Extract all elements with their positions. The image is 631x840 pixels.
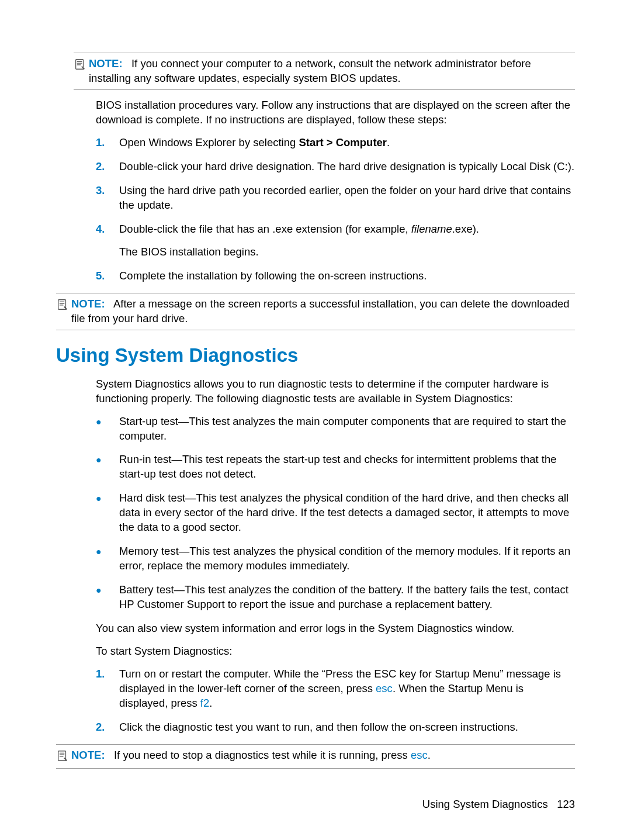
note-body-a: If you need to stop a diagnostics test w… (114, 749, 411, 761)
bullet-icon: ● (96, 544, 119, 573)
note-body: After a message on the screen reports a … (71, 298, 570, 324)
note-box: NOTE: If you need to stop a diagnostics … (56, 744, 575, 769)
note-text: NOTE: If you need to stop a diagnostics … (71, 748, 575, 763)
note-body: If you connect your computer to a networ… (89, 57, 531, 84)
note-key: esc (411, 749, 428, 761)
page-footer: Using System Diagnostics 123 (422, 798, 575, 811)
list-content: Battery test—This test analyzes the cond… (119, 583, 575, 612)
list-item: ● Start-up test—This test analyzes the m… (96, 414, 575, 444)
list-content: Hard disk test—This test analyzes the ph… (119, 491, 575, 535)
list-item: 2. Double-click your hard drive designat… (96, 160, 575, 174)
list-item: 1. Open Windows Explorer by selecting St… (96, 136, 575, 150)
list-number: 1. (96, 136, 119, 150)
bullet-icon: ● (96, 414, 119, 444)
ordered-list: 1. Open Windows Explorer by selecting St… (96, 136, 575, 284)
note-box: NOTE: After a message on the screen repo… (56, 293, 575, 330)
paragraph: To start System Diagnostics: (96, 644, 575, 659)
paragraph: BIOS installation procedures vary. Follo… (96, 98, 575, 127)
list-item: ● Run-in test—This test repeats the star… (96, 452, 575, 482)
list-content: Click the diagnostic test you want to ru… (119, 720, 575, 735)
bullet-icon: ● (96, 452, 119, 482)
note-icon (74, 57, 89, 73)
list-content: Open Windows Explorer by selecting Start… (119, 136, 575, 150)
note-text: NOTE: If you connect your computer to a … (89, 57, 575, 86)
list-number: 1. (96, 667, 119, 711)
list-item: ● Battery test—This test analyzes the co… (96, 583, 575, 612)
footer-text: Using System Diagnostics (422, 798, 548, 810)
list-content: Double-click your hard drive designation… (119, 160, 575, 174)
list-item: ● Memory test—This test analyzes the phy… (96, 544, 575, 573)
bullet-icon: ● (96, 491, 119, 535)
paragraph: You can also view system information and… (96, 621, 575, 636)
list-content: Using the hard drive path you recorded e… (119, 184, 575, 213)
list-item: 4. Double-click the file that has an .ex… (96, 222, 575, 260)
list-item: ● Hard disk test—This test analyzes the … (96, 491, 575, 535)
note-body-b: . (428, 749, 431, 761)
note-label: NOTE: (71, 298, 105, 310)
list-content: Complete the installation by following t… (119, 269, 575, 284)
note-icon (56, 748, 71, 765)
note-icon (56, 297, 71, 313)
list-content: Double-click the file that has an .exe e… (119, 222, 575, 260)
note-box: NOTE: If you connect your computer to a … (74, 53, 575, 90)
list-content: Memory test—This test analyzes the physi… (119, 544, 575, 573)
heading-diagnostics: Using System Diagnostics (56, 344, 575, 367)
list-number: 3. (96, 184, 119, 213)
page-number: 123 (557, 798, 575, 810)
bullet-icon: ● (96, 583, 119, 612)
list-number: 2. (96, 720, 119, 735)
list-item: 2. Click the diagnostic test you want to… (96, 720, 575, 735)
note-label: NOTE: (71, 749, 105, 761)
list-number: 4. (96, 222, 119, 260)
list-item: 3. Using the hard drive path you recorde… (96, 184, 575, 213)
list-number: 5. (96, 269, 119, 284)
list-item: 1. Turn on or restart the computer. Whil… (96, 667, 575, 711)
list-content: Start-up test—This test analyzes the mai… (119, 414, 575, 444)
bullet-list: ● Start-up test—This test analyzes the m… (96, 414, 575, 613)
list-content: Turn on or restart the computer. While t… (119, 667, 575, 711)
note-label: NOTE: (89, 57, 123, 70)
list-item: 5. Complete the installation by followin… (96, 269, 575, 284)
paragraph: System Diagnostics allows you to run dia… (96, 377, 575, 406)
document-page: NOTE: If you connect your computer to a … (0, 0, 631, 840)
list-number: 2. (96, 160, 119, 174)
list-content: Run-in test—This test repeats the start-… (119, 452, 575, 482)
ordered-list: 1. Turn on or restart the computer. Whil… (96, 667, 575, 735)
note-text: NOTE: After a message on the screen repo… (71, 297, 575, 326)
